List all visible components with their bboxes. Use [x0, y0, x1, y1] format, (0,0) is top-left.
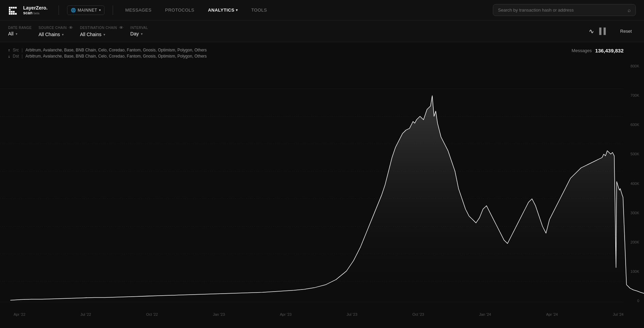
y-axis-labels: 800K 700K 600K 500K 400K 300K 200K 100K …: [630, 61, 639, 306]
messages-count-area: Messages 136,439,832: [571, 48, 624, 53]
network-selector[interactable]: 🌐 MAINNET ▾: [67, 5, 105, 15]
x-label-jul23: Jul '23: [347, 312, 357, 316]
layerzero-logo-icon: [8, 4, 20, 16]
nav-messages[interactable]: MESSAGES: [121, 5, 156, 15]
nav-tools[interactable]: TOOLS: [247, 5, 271, 15]
legend-src-row: ↑ Src | Arbitrum, Avalanche, Base, BNB C…: [8, 48, 636, 52]
x-label-oct22: Oct '22: [146, 312, 158, 316]
network-label: MAINNET: [78, 8, 97, 13]
date-range-filter: Date Range All ▾: [8, 26, 32, 36]
x-label-jan24: Jan '24: [479, 312, 491, 316]
svg-rect-10: [13, 13, 15, 15]
source-chain-select[interactable]: All Chains ▾: [38, 32, 73, 37]
svg-rect-0: [9, 7, 11, 9]
nav-divider-2: [113, 5, 113, 15]
x-label-apr24: Apr '24: [546, 312, 558, 316]
svg-rect-9: [11, 13, 13, 15]
messages-label: Messages: [571, 48, 592, 53]
y-label-700k: 700K: [630, 93, 639, 97]
x-axis-labels: Apr '22 Jul '22 Oct '22 Jan '23 Apr '23 …: [14, 312, 624, 316]
x-label-oct23: Oct '23: [412, 312, 424, 316]
source-chain-filter: Source Chain 👁 All Chains ▾: [38, 25, 73, 37]
y-label-0: 0: [630, 299, 639, 303]
search-input[interactable]: [498, 7, 624, 13]
date-range-label: Date Range: [8, 26, 32, 30]
interval-value: Day: [130, 31, 139, 36]
src-arrow-icon: ↑: [8, 48, 10, 52]
y-label-600k: 600K: [630, 123, 639, 127]
search-icon[interactable]: ⌕: [628, 7, 631, 13]
interval-chevron-icon: ▾: [141, 32, 143, 36]
legend-dst-row: ↓ Dst | Arbitrum, Avalanche, Base, BNB C…: [8, 54, 636, 59]
date-range-select[interactable]: All ▾: [8, 31, 32, 36]
x-label-jan23: Jan '23: [213, 312, 225, 316]
logo-name: LayerZero.: [23, 5, 48, 11]
svg-rect-5: [9, 11, 11, 13]
logo[interactable]: LayerZero. scan beta: [8, 4, 48, 16]
svg-rect-7: [13, 11, 15, 13]
messages-value: 136,439,832: [595, 48, 624, 53]
date-range-value: All: [8, 31, 14, 36]
destination-chain-select[interactable]: All Chains ▾: [80, 32, 124, 37]
svg-rect-1: [11, 7, 13, 9]
y-label-300k: 300K: [630, 211, 639, 215]
source-chain-label: Source Chain: [38, 26, 67, 30]
interval-select[interactable]: Day ▾: [130, 31, 148, 36]
main-chart-svg: [0, 61, 644, 319]
chart-container: ↑ Src | Arbitrum, Avalanche, Base, BNB C…: [0, 42, 644, 327]
svg-rect-4: [9, 9, 11, 11]
destination-chain-filter: Destination Chain 👁 All Chains ▾: [80, 25, 124, 37]
y-label-500k: 500K: [630, 152, 639, 156]
navbar: LayerZero. scan beta 🌐 MAINNET ▾ MESSAGE…: [0, 0, 644, 20]
globe-icon: 🌐: [71, 8, 76, 13]
source-chain-value: All Chains: [38, 32, 60, 37]
nav-divider-1: [59, 5, 59, 15]
y-label-800k: 800K: [630, 64, 639, 68]
y-label-200k: 200K: [630, 240, 639, 244]
svg-rect-8: [9, 13, 11, 15]
svg-rect-6: [11, 11, 13, 13]
date-range-chevron-icon: ▾: [16, 32, 17, 36]
interval-label: Interval: [130, 26, 148, 30]
src-label: Src: [13, 48, 19, 52]
source-eye-icon[interactable]: 👁: [69, 25, 73, 30]
svg-rect-3: [15, 7, 17, 9]
interval-filter: Interval Day ▾: [130, 26, 148, 36]
y-label-100k: 100K: [630, 269, 639, 274]
logo-scan: scan: [23, 11, 32, 15]
destination-eye-icon[interactable]: 👁: [119, 25, 124, 30]
src-chains: Arbitrum, Avalanche, Base, BNB Chain, Ce…: [26, 48, 207, 52]
x-label-apr23: Apr '23: [280, 312, 292, 316]
reset-button[interactable]: Reset: [616, 27, 636, 36]
x-label-jul22: Jul '22: [80, 312, 91, 316]
svg-rect-2: [13, 7, 15, 9]
chart-type-buttons: ∿ ▌▌: [587, 26, 610, 36]
search-bar[interactable]: ⌕: [493, 4, 636, 16]
x-label-apr22: Apr '22: [14, 312, 26, 316]
logo-beta: beta: [33, 12, 39, 15]
nav-analytics[interactable]: ANALYTICS ▾: [204, 5, 242, 15]
dst-label: Dst: [13, 54, 19, 59]
x-label-jul24: Jul '24: [613, 312, 624, 316]
dst-chains: Arbitrum, Avalanche, Base, BNB Chain, Ce…: [26, 54, 207, 59]
nav-protocols[interactable]: PROTOCOLS: [161, 5, 198, 15]
y-label-400k: 400K: [630, 182, 639, 186]
bar-chart-btn[interactable]: ▌▌: [598, 26, 610, 36]
destination-chain-value: All Chains: [80, 32, 101, 37]
dst-arrow-icon: ↓: [8, 54, 10, 58]
chart-legend: ↑ Src | Arbitrum, Avalanche, Base, BNB C…: [0, 48, 644, 61]
line-chart-btn[interactable]: ∿: [587, 26, 595, 36]
chevron-down-icon: ▾: [99, 8, 101, 12]
destination-chain-chevron-icon: ▾: [103, 33, 105, 36]
filters-bar: Date Range All ▾ Source Chain 👁 All Chai…: [0, 20, 644, 42]
analytics-chevron-icon: ▾: [236, 8, 238, 12]
source-chain-chevron-icon: ▾: [62, 33, 64, 36]
destination-chain-label: Destination Chain: [80, 26, 117, 30]
svg-rect-11: [15, 13, 17, 15]
chart-area: 800K 700K 600K 500K 400K 300K 200K 100K …: [0, 61, 644, 319]
